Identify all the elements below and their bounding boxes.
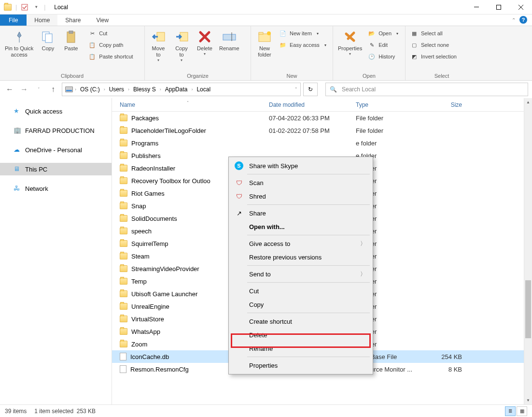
file-name: RadeonInstaller: [131, 165, 175, 172]
icons-view-icon[interactable]: ▦: [517, 406, 527, 416]
tree-onedrive[interactable]: ☁OneDrive - Personal: [0, 144, 112, 156]
cm-open-with[interactable]: Open with...: [230, 220, 372, 233]
tree-this-pc[interactable]: 🖥This PC: [0, 163, 112, 175]
cm-share[interactable]: ↗Share: [230, 206, 372, 220]
tab-share[interactable]: Share: [57, 14, 88, 26]
select-none-button[interactable]: ▢Select none: [408, 40, 459, 50]
up-button[interactable]: ↑: [47, 84, 59, 95]
file-name: speech: [131, 228, 152, 235]
history-button[interactable]: 🕑History: [366, 51, 400, 62]
copy-button[interactable]: Copy: [37, 28, 58, 53]
breadcrumb-appdata[interactable]: AppData: [163, 86, 190, 93]
file-row[interactable]: Programse folder: [112, 137, 524, 149]
vertical-scrollbar[interactable]: ▲ ▼: [524, 98, 532, 404]
maximize-button[interactable]: [488, 0, 510, 14]
breadcrumb-os[interactable]: OS (C:): [78, 86, 102, 93]
move-to-button[interactable]: Move to ▾: [148, 28, 169, 63]
tab-home[interactable]: Home: [27, 14, 57, 26]
folder-icon: [120, 240, 127, 247]
file-name: IconCache.db: [130, 353, 169, 360]
drive-icon: [65, 86, 73, 92]
minimize-button[interactable]: [465, 0, 488, 14]
search-box[interactable]: 🔍 Search Local: [325, 83, 528, 96]
paste-shortcut-button[interactable]: 📋Paste shortcut: [86, 51, 135, 62]
folder-icon: [120, 127, 127, 134]
file-size: 254 KB: [428, 353, 467, 360]
column-name[interactable]: Name˄: [112, 101, 269, 108]
cm-shred[interactable]: 🛡Shred: [230, 189, 372, 203]
pin-quick-access-button[interactable]: Pin to Quick access: [3, 28, 35, 59]
recent-dropdown[interactable]: ˅: [33, 84, 44, 95]
cm-rename[interactable]: Rename: [230, 342, 372, 355]
new-folder-button[interactable]: New folder: [254, 28, 275, 59]
delete-button[interactable]: Delete ▾: [194, 28, 215, 57]
copy-path-button[interactable]: 📋Copy path: [86, 40, 135, 50]
breadcrumb-users[interactable]: Users: [107, 86, 126, 93]
scroll-up-icon[interactable]: ▲: [524, 98, 532, 106]
open-button[interactable]: 📂Open▾: [366, 28, 400, 39]
new-item-button[interactable]: 📄New item▾: [277, 28, 328, 39]
status-count: 39 items: [5, 408, 27, 415]
invert-selection-button[interactable]: ◩Invert selection: [408, 51, 459, 62]
breadcrumb-user[interactable]: Blessy S: [131, 86, 158, 93]
address-dropdown-icon[interactable]: ˅: [295, 87, 297, 92]
cut-button[interactable]: ✂Cut: [86, 28, 135, 39]
column-type[interactable]: Type: [356, 101, 428, 108]
easy-access-button[interactable]: 📁Easy access▾: [277, 40, 328, 50]
file-row[interactable]: Packages07-04-2022 06:33 PMFile folder: [112, 112, 524, 124]
paste-button[interactable]: Paste: [60, 28, 82, 53]
copy-to-button[interactable]: Copy to ▾: [171, 28, 192, 63]
cm-restore[interactable]: Restore previous versions: [230, 250, 372, 264]
tab-file[interactable]: File: [0, 14, 27, 26]
forward-button[interactable]: →: [18, 84, 30, 95]
svg-rect-1: [474, 7, 479, 7]
cm-create-shortcut[interactable]: Create shortcut: [230, 315, 372, 328]
scroll-thumb[interactable]: [525, 280, 531, 338]
cm-properties[interactable]: Properties: [230, 359, 372, 372]
column-date[interactable]: Date modified: [269, 101, 356, 108]
tab-view[interactable]: View: [88, 14, 116, 26]
folder-icon: [120, 177, 127, 184]
cm-give-access[interactable]: Give access to〉: [230, 237, 372, 250]
file-name: VirtualStore: [131, 316, 164, 323]
help-icon[interactable]: ?: [519, 16, 527, 24]
scroll-down-icon[interactable]: ▼: [524, 396, 532, 404]
select-all-button[interactable]: ▦Select all: [408, 28, 459, 39]
cm-scan[interactable]: 🛡Scan: [230, 176, 372, 189]
search-icon: 🔍: [330, 86, 337, 93]
cm-cut[interactable]: Cut: [230, 284, 372, 298]
refresh-button[interactable]: ↻: [303, 83, 318, 96]
file-name: Snap: [131, 202, 146, 210]
collapse-ribbon-icon[interactable]: ⌃: [512, 17, 516, 23]
tree-quick-access[interactable]: ★Quick access: [0, 105, 112, 117]
cm-send-to[interactable]: Send to〉: [230, 267, 372, 281]
file-name: StreamingVideoProvider: [131, 265, 199, 273]
close-button[interactable]: [510, 0, 532, 14]
file-row[interactable]: PlaceholderTileLogoFolder01-02-2022 07:5…: [112, 124, 524, 137]
file-name: Steam: [131, 253, 150, 260]
navigation-tree: ★Quick access 🏢FARRAD PRODUCTION ☁OneDri…: [0, 98, 112, 404]
address-bar[interactable]: › OS (C:)› Users› Blessy S› AppData› Loc…: [62, 83, 301, 96]
file-icon: [120, 353, 126, 360]
edit-button[interactable]: ✎Edit: [366, 40, 400, 50]
file-name: Ubisoft Game Launcher: [131, 290, 197, 298]
back-button[interactable]: ←: [4, 84, 15, 95]
details-view-icon[interactable]: ≣: [505, 406, 516, 416]
tree-network[interactable]: 🖧Network: [0, 182, 112, 195]
cm-delete[interactable]: Delete: [230, 328, 372, 342]
svg-rect-6: [69, 31, 73, 33]
file-type: File folder: [356, 115, 428, 122]
properties-button[interactable]: Properties ▾: [336, 28, 364, 57]
folder-icon: [120, 303, 127, 310]
cm-copy[interactable]: Copy: [230, 298, 372, 311]
qat-dropdown-icon[interactable]: ▼: [32, 3, 40, 11]
column-size[interactable]: Size: [428, 101, 467, 108]
select-none-icon: ▢: [410, 41, 418, 49]
file-name: Riot Games: [131, 190, 165, 197]
breadcrumb-local[interactable]: Local: [195, 86, 212, 93]
rename-button[interactable]: Rename: [217, 28, 241, 53]
menu-bar: File Home Share View ⌃ ?: [0, 14, 532, 26]
cm-share-skype[interactable]: SShare with Skype: [230, 159, 372, 173]
qat-properties-icon[interactable]: [21, 3, 28, 11]
tree-farrad[interactable]: 🏢FARRAD PRODUCTION: [0, 124, 112, 137]
